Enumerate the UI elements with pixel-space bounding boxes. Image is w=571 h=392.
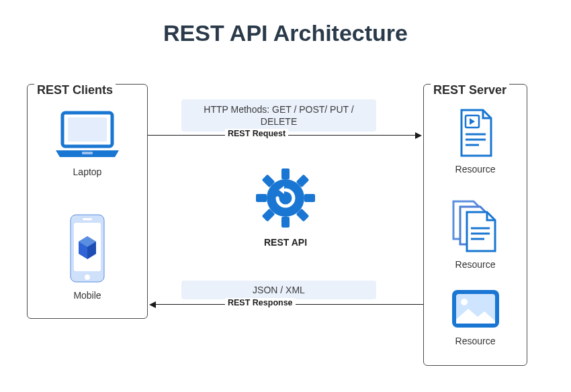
response-arrow-head: [149, 301, 156, 308]
svg-point-20: [461, 299, 468, 305]
client-mobile: Mobile: [28, 212, 147, 301]
mobile-label: Mobile: [28, 290, 147, 301]
svg-rect-6: [83, 218, 92, 220]
rest-api-label: REST API: [238, 237, 333, 248]
svg-rect-1: [68, 117, 107, 142]
server-resource-image: Resource: [424, 286, 527, 346]
resource3-label: Resource: [424, 336, 527, 346]
svg-rect-23: [281, 217, 290, 228]
laptop-icon: [50, 109, 124, 162]
svg-point-5: [85, 275, 90, 280]
request-arrow-head: [415, 132, 422, 139]
clients-panel-title: REST Clients: [34, 83, 116, 97]
laptop-label: Laptop: [28, 166, 147, 177]
rest-api-node: REST API: [238, 164, 333, 248]
server-resource-documents: Resource: [424, 197, 527, 270]
server-resource-document: Resource: [424, 106, 527, 175]
svg-rect-22: [281, 168, 290, 179]
clients-panel: REST Clients Laptop Mobile: [27, 84, 148, 319]
resource1-label: Resource: [424, 164, 527, 175]
http-methods-badge: HTTP Methods: GET / POST/ PUT / DELETE: [181, 99, 376, 132]
gear-icon: [252, 164, 319, 232]
svg-rect-24: [256, 194, 267, 202]
mobile-icon: [64, 212, 111, 286]
response-label: REST Response: [225, 298, 296, 307]
svg-rect-2: [82, 152, 93, 154]
resource2-label: Resource: [424, 259, 527, 270]
documents-stack-icon: [448, 197, 503, 256]
server-panel-title: REST Server: [431, 83, 509, 97]
image-icon: [448, 286, 503, 333]
request-label: REST Request: [225, 129, 288, 138]
client-laptop: Laptop: [28, 109, 147, 177]
document-play-icon: [452, 106, 499, 161]
server-panel: REST Server Resource Resource: [423, 84, 527, 366]
diagram-title: REST API Architecture: [0, 20, 571, 46]
response-format-badge: JSON / XML: [181, 281, 376, 299]
svg-rect-25: [304, 194, 315, 202]
